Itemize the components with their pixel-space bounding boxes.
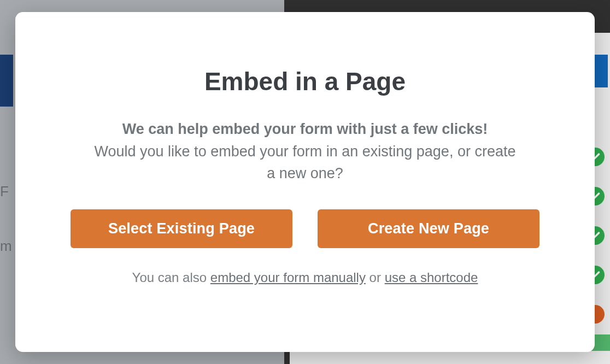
bg-text-fragment: F xyxy=(0,183,9,200)
modal-button-row: Select Existing Page Create New Page xyxy=(70,209,540,248)
bg-blue-bar xyxy=(0,55,13,107)
footer-middle: or xyxy=(366,270,385,285)
create-new-page-button[interactable]: Create New Page xyxy=(318,209,539,248)
embed-manually-link[interactable]: embed your form manually xyxy=(210,270,366,285)
use-shortcode-link[interactable]: use a shortcode xyxy=(385,270,478,285)
footer-prefix: You can also xyxy=(132,270,210,285)
bg-text-fragment: m xyxy=(0,238,12,255)
modal-title: Embed in a Page xyxy=(204,67,406,96)
embed-modal: Embed in a Page We can help embed your f… xyxy=(15,12,595,352)
modal-footer-text: You can also embed your form manually or… xyxy=(132,270,478,285)
modal-subtitle-bold: We can help embed your form with just a … xyxy=(122,118,488,140)
select-existing-page-button[interactable]: Select Existing Page xyxy=(71,209,292,248)
modal-subtitle-regular: Would you like to embed your form in an … xyxy=(92,140,518,185)
